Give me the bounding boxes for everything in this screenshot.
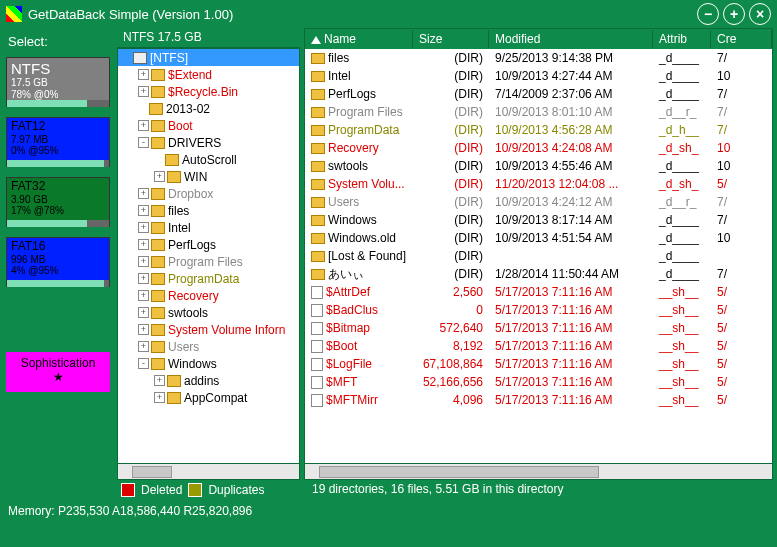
col-created[interactable]: Cre	[711, 30, 772, 48]
file-row[interactable]: $Boot8,1925/17/2013 7:11:16 AM__sh__5/	[305, 337, 772, 355]
file-modified: 5/17/2013 7:11:16 AM	[489, 393, 653, 407]
column-headers[interactable]: Name Size Modified Attrib Cre	[305, 29, 772, 49]
tree-item[interactable]: AutoScroll	[118, 151, 299, 168]
expand-icon[interactable]: +	[154, 375, 165, 386]
file-modified: 11/20/2013 12:04:08 ...	[489, 177, 653, 191]
app-icon	[6, 6, 22, 22]
file-row[interactable]: Program Files(DIR)10/9/2013 8:01:10 AM_d…	[305, 103, 772, 121]
volume-fat12[interactable]: FAT127.97 MB0% @95%	[6, 117, 110, 167]
file-row[interactable]: Recovery(DIR)10/9/2013 4:24:08 AM_d_sh_1…	[305, 139, 772, 157]
file-row[interactable]: swtools(DIR)10/9/2013 4:55:46 AM_d____10	[305, 157, 772, 175]
file-row[interactable]: Users(DIR)10/9/2013 4:24:12 AM_d__r_7/	[305, 193, 772, 211]
folder-icon	[151, 273, 165, 285]
file-attrib: _d____	[653, 213, 711, 227]
tree-item[interactable]: 2013-02	[118, 100, 299, 117]
file-row[interactable]: Windows(DIR)10/9/2013 8:17:14 AM_d____7/	[305, 211, 772, 229]
tree-item[interactable]: +WIN	[118, 168, 299, 185]
sophistication-button[interactable]: Sophistication ★	[6, 352, 110, 392]
tree-item[interactable]: +Recovery	[118, 287, 299, 304]
expand-icon[interactable]: +	[138, 188, 149, 199]
file-row[interactable]: $LogFile67,108,8645/17/2013 7:11:16 AM__…	[305, 355, 772, 373]
file-row[interactable]: Intel(DIR)10/9/2013 4:27:44 AM_d____10	[305, 67, 772, 85]
file-row[interactable]: Windows.old(DIR)10/9/2013 4:51:54 AM_d__…	[305, 229, 772, 247]
file-row[interactable]: files(DIR)9/25/2013 9:14:38 PM_d____7/	[305, 49, 772, 67]
expand-icon[interactable]: +	[154, 392, 165, 403]
tree-item[interactable]: +Program Files	[118, 253, 299, 270]
expand-icon[interactable]: +	[138, 86, 149, 97]
file-row[interactable]: System Volu...(DIR)11/20/2013 12:04:08 .…	[305, 175, 772, 193]
tree-item[interactable]: +Dropbox	[118, 185, 299, 202]
file-row[interactable]: $AttrDef2,5605/17/2013 7:11:16 AM__sh__5…	[305, 283, 772, 301]
tree-item[interactable]: +swtools	[118, 304, 299, 321]
close-button[interactable]: ×	[749, 3, 771, 25]
tree-item[interactable]: -Windows	[118, 355, 299, 372]
tree-label: Windows	[168, 357, 217, 371]
tree-hscrollbar[interactable]	[117, 464, 300, 480]
col-modified[interactable]: Modified	[489, 30, 653, 48]
deleted-label: Deleted	[141, 483, 182, 497]
tree-item[interactable]: +PerfLogs	[118, 236, 299, 253]
expand-icon[interactable]: +	[138, 69, 149, 80]
file-list[interactable]: Name Size Modified Attrib Cre files(DIR)…	[304, 28, 773, 464]
file-icon	[311, 376, 323, 389]
folder-icon	[151, 239, 165, 251]
file-row[interactable]: [Lost & Found](DIR)_d____	[305, 247, 772, 265]
statusbar: Memory: P235,530 A18,586,440 R25,820,896	[0, 500, 777, 522]
volume-ntfs[interactable]: NTFS17.5 GB78% @0%	[6, 57, 110, 107]
tree-item[interactable]: +System Volume Inforn	[118, 321, 299, 338]
expand-icon[interactable]: +	[154, 171, 165, 182]
file-modified: 5/17/2013 7:11:16 AM	[489, 285, 653, 299]
file-modified: 1/28/2014 11:50:44 AM	[489, 267, 653, 281]
tree-item[interactable]: [NTFS]	[118, 49, 299, 66]
expand-icon[interactable]: +	[138, 120, 149, 131]
expand-icon[interactable]: -	[138, 358, 149, 369]
tree-label: files	[168, 204, 189, 218]
expand-icon[interactable]: +	[138, 324, 149, 335]
folder-icon	[165, 154, 179, 166]
expand-icon[interactable]: +	[138, 290, 149, 301]
file-row[interactable]: $MFT52,166,6565/17/2013 7:11:16 AM__sh__…	[305, 373, 772, 391]
expand-icon[interactable]: +	[138, 205, 149, 216]
expand-icon[interactable]: +	[138, 307, 149, 318]
expand-icon[interactable]: +	[138, 273, 149, 284]
file-row[interactable]: あいぃ(DIR)1/28/2014 11:50:44 AM_d____7/	[305, 265, 772, 283]
file-attrib: __sh__	[653, 285, 711, 299]
expand-icon[interactable]: -	[138, 137, 149, 148]
expand-icon[interactable]: +	[138, 256, 149, 267]
file-size: 572,640	[413, 321, 489, 335]
col-size[interactable]: Size	[413, 30, 489, 48]
file-row[interactable]: $Bitmap572,6405/17/2013 7:11:16 AM__sh__…	[305, 319, 772, 337]
volume-fat16[interactable]: FAT16996 MB4% @95%	[6, 237, 110, 287]
tree-item[interactable]: +Boot	[118, 117, 299, 134]
col-name[interactable]: Name	[305, 30, 413, 48]
tree-item[interactable]: +$Extend	[118, 66, 299, 83]
tree-item[interactable]: +Intel	[118, 219, 299, 236]
tree-item[interactable]: +ProgramData	[118, 270, 299, 287]
list-hscrollbar[interactable]	[304, 464, 773, 480]
tree-item[interactable]: +addins	[118, 372, 299, 389]
file-row[interactable]: $MFTMirr4,0965/17/2013 7:11:16 AM__sh__5…	[305, 391, 772, 409]
file-modified: 10/9/2013 4:56:28 AM	[489, 123, 653, 137]
file-name: $LogFile	[326, 357, 372, 371]
col-attrib[interactable]: Attrib	[653, 30, 711, 48]
tree-item[interactable]: +AppCompat	[118, 389, 299, 406]
sophistication-label: Sophistication	[6, 356, 110, 370]
file-row[interactable]: ProgramData(DIR)10/9/2013 4:56:28 AM_d_h…	[305, 121, 772, 139]
file-name: System Volu...	[328, 177, 405, 191]
volume-fat32[interactable]: FAT323.90 GB17% @78%	[6, 177, 110, 227]
tree-item[interactable]: +Users	[118, 338, 299, 355]
file-icon	[311, 358, 323, 371]
folder-tree[interactable]: [NTFS]+$Extend+$Recycle.Bin2013-02+Boot-…	[117, 48, 300, 464]
file-name: swtools	[328, 159, 368, 173]
expand-icon[interactable]: +	[138, 239, 149, 250]
tree-label: PerfLogs	[168, 238, 216, 252]
file-row[interactable]: PerfLogs(DIR)7/14/2009 2:37:06 AM_d____7…	[305, 85, 772, 103]
minimize-button[interactable]: −	[697, 3, 719, 25]
tree-item[interactable]: -DRIVERS	[118, 134, 299, 151]
maximize-button[interactable]: +	[723, 3, 745, 25]
tree-item[interactable]: +files	[118, 202, 299, 219]
expand-icon[interactable]: +	[138, 341, 149, 352]
expand-icon[interactable]: +	[138, 222, 149, 233]
file-row[interactable]: $BadClus05/17/2013 7:11:16 AM__sh__5/	[305, 301, 772, 319]
tree-item[interactable]: +$Recycle.Bin	[118, 83, 299, 100]
